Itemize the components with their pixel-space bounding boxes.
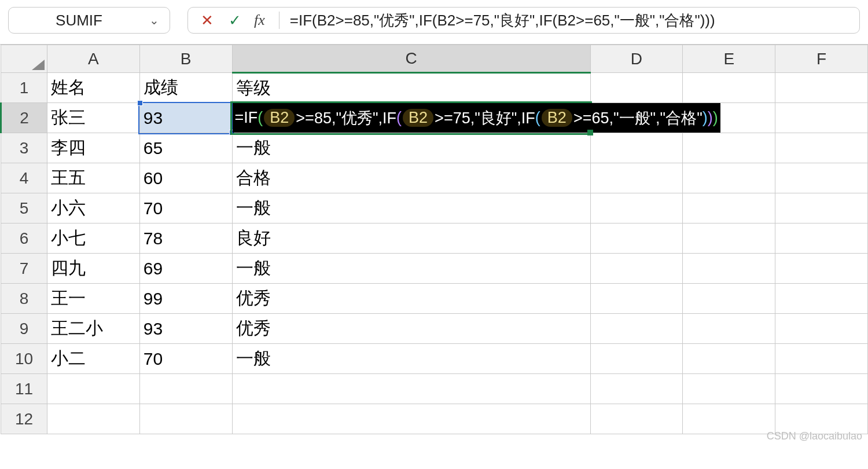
cell[interactable]: 优秀 (232, 284, 590, 314)
cell[interactable]: 60 (139, 163, 232, 193)
cell[interactable] (683, 314, 775, 344)
col-header-C[interactable]: C (232, 45, 590, 73)
spreadsheet-grid[interactable]: A B C D E F 1 姓名 成绩 等级 2 张三 93 =IF(B2>=8… (0, 44, 868, 434)
cell[interactable] (590, 284, 683, 314)
cell[interactable]: 70 (139, 193, 232, 223)
cell[interactable] (775, 314, 868, 344)
cell[interactable] (775, 344, 868, 374)
row-header[interactable]: 6 (1, 223, 47, 254)
cell[interactable] (683, 73, 775, 103)
cell[interactable]: 69 (139, 254, 232, 284)
cell[interactable]: 小七 (47, 223, 139, 254)
cell[interactable] (775, 284, 868, 314)
cell[interactable] (47, 404, 139, 434)
cell[interactable] (775, 223, 868, 254)
cell[interactable]: 优秀 (232, 314, 590, 344)
cell[interactable]: 李四 (47, 133, 139, 163)
confirm-icon[interactable]: ✓ (226, 12, 244, 30)
formula-input[interactable]: =IF(B2>=85,"优秀",IF(B2>=75,"良好",IF(B2>=65… (290, 10, 859, 31)
row-header[interactable]: 12 (1, 404, 47, 434)
row-header[interactable]: 7 (1, 254, 47, 284)
cell[interactable] (590, 133, 683, 163)
cell[interactable] (775, 254, 868, 284)
cell[interactable]: 65 (139, 133, 232, 163)
cell[interactable] (775, 374, 868, 404)
cell[interactable]: 等级 (232, 73, 590, 103)
cell[interactable] (775, 73, 868, 103)
cell[interactable] (590, 344, 683, 374)
row-header[interactable]: 9 (1, 314, 47, 344)
row-header[interactable]: 2 (1, 103, 47, 133)
cell[interactable]: 王五 (47, 163, 139, 193)
cell[interactable] (139, 404, 232, 434)
cell[interactable]: 成绩 (139, 73, 232, 103)
cell[interactable] (775, 133, 868, 163)
col-header-A[interactable]: A (47, 45, 139, 73)
cell[interactable] (683, 254, 775, 284)
cell[interactable]: 姓名 (47, 73, 139, 103)
cell[interactable]: 小二 (47, 344, 139, 374)
col-header-B[interactable]: B (139, 45, 232, 73)
row-header[interactable]: 1 (1, 73, 47, 103)
cell[interactable]: 张三 (47, 103, 139, 133)
cell[interactable] (590, 254, 683, 284)
row-header[interactable]: 3 (1, 133, 47, 163)
cell[interactable]: 一般 (232, 254, 590, 284)
cell[interactable]: 四九 (47, 254, 139, 284)
cell[interactable] (683, 404, 775, 434)
row-header[interactable]: 10 (1, 344, 47, 374)
cell[interactable] (775, 193, 868, 223)
cell[interactable] (232, 374, 590, 404)
cell[interactable] (683, 374, 775, 404)
cell-editing[interactable]: =IF(B2>=85,"优秀",IF(B2>=75,"良好",IF(B2>=65… (232, 103, 590, 133)
cell[interactable] (590, 163, 683, 193)
cell[interactable]: 合格 (232, 163, 590, 193)
cell[interactable] (590, 73, 683, 103)
cell[interactable] (590, 223, 683, 254)
cell[interactable]: 王一 (47, 284, 139, 314)
cell[interactable]: 一般 (232, 344, 590, 374)
cell[interactable] (775, 163, 868, 193)
cell[interactable]: 一般 (232, 133, 590, 163)
cell[interactable] (683, 284, 775, 314)
cell[interactable] (590, 193, 683, 223)
col-header-D[interactable]: D (590, 45, 683, 73)
cell[interactable]: 70 (139, 344, 232, 374)
cell[interactable] (590, 314, 683, 344)
cell[interactable] (683, 193, 775, 223)
ref-pill: B2 (403, 109, 433, 127)
cell[interactable] (683, 163, 775, 193)
row-header[interactable]: 4 (1, 163, 47, 193)
cell-referenced[interactable]: 93 (139, 103, 232, 133)
cell[interactable] (590, 374, 683, 404)
cell[interactable] (683, 223, 775, 254)
cell[interactable] (683, 344, 775, 374)
cell[interactable] (775, 103, 868, 133)
col-header-E[interactable]: E (683, 45, 775, 73)
cell[interactable] (683, 133, 775, 163)
select-all-corner[interactable] (1, 45, 47, 73)
formula-bar: ✕ ✓ fx =IF(B2>=85,"优秀",IF(B2>=75,"良好",IF… (187, 7, 860, 34)
cell[interactable] (775, 404, 868, 434)
cell[interactable] (47, 374, 139, 404)
cell[interactable]: 王二小 (47, 314, 139, 344)
row-header[interactable]: 8 (1, 284, 47, 314)
cell[interactable] (232, 404, 590, 434)
row-header[interactable]: 11 (1, 374, 47, 404)
cell[interactable]: 小六 (47, 193, 139, 223)
cell[interactable] (590, 404, 683, 434)
fill-handle[interactable] (587, 130, 593, 135)
cell[interactable]: 78 (139, 223, 232, 254)
col-header-F[interactable]: F (775, 45, 868, 73)
cancel-icon[interactable]: ✕ (198, 12, 216, 30)
edit-overlay[interactable]: =IF(B2>=85,"优秀",IF(B2>=75,"良好",IF(B2>=65… (233, 103, 720, 133)
row-header[interactable]: 5 (1, 193, 47, 223)
chevron-down-icon[interactable]: ⌄ (149, 13, 159, 27)
name-box[interactable]: SUMIF ⌄ (8, 7, 170, 34)
cell[interactable]: 良好 (232, 223, 590, 254)
cell[interactable]: 一般 (232, 193, 590, 223)
cell[interactable]: 93 (139, 314, 232, 344)
fx-icon[interactable]: fx (254, 12, 265, 29)
cell[interactable] (139, 374, 232, 404)
cell[interactable]: 99 (139, 284, 232, 314)
